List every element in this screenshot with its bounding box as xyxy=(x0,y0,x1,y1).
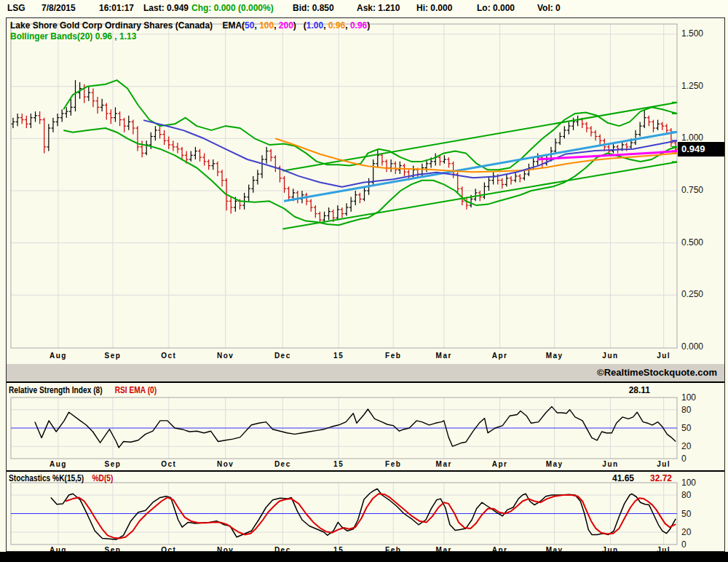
price-tick-0.250: 0.250 xyxy=(681,289,703,299)
osc-tick-0: 0 xyxy=(681,454,687,464)
month-label-Oct: Oct xyxy=(153,352,185,360)
bollinger-lower xyxy=(63,128,677,225)
month-label-Sep: Sep xyxy=(97,352,129,360)
watermark-text: ©RealtimeStockquote.com xyxy=(597,367,717,378)
osc-tick-0: 0 xyxy=(681,539,687,550)
month-label-May: May xyxy=(539,352,571,360)
quote-change: Chg: 0.000 (0.000%) xyxy=(191,3,274,13)
rsi-chart xyxy=(0,383,728,472)
quote-bid: Bid: 0.850 xyxy=(293,3,334,13)
month-label-Mar: Mar xyxy=(428,352,460,360)
bottom-bar xyxy=(0,552,728,562)
ema100-value: 0.96 xyxy=(328,20,345,31)
rsi-title: Relative Strength Index (8) xyxy=(9,385,103,395)
price-tick-0.500: 0.500 xyxy=(681,237,703,248)
osc-tick-80: 80 xyxy=(681,490,691,500)
quote-volume: Vol: 0 xyxy=(537,3,561,13)
ema200-value: 0.96 xyxy=(350,20,367,31)
ema50-value: 1.00 xyxy=(306,20,323,31)
chart-title: Lake Shore Gold Corp Ordinary Shares (Ca… xyxy=(10,20,213,31)
price-tick-1.250: 1.250 xyxy=(681,81,703,91)
price-tick-0.000: 0.000 xyxy=(681,341,703,352)
month-label-Feb: Feb xyxy=(377,460,409,468)
month-label-Aug: Aug xyxy=(42,352,74,360)
quote-ask: Ask: 1.210 xyxy=(357,3,400,13)
osc-tick-20: 20 xyxy=(681,527,691,537)
stoch-header: Stochastics %K(15,5) %D(5) xyxy=(9,473,132,483)
stoch-d-value: 32.72 xyxy=(639,473,672,483)
month-label-Apr: Apr xyxy=(484,460,516,468)
rsi-header: Relative Strength Index (8) RSI EMA (0) xyxy=(9,385,183,395)
price-tick-1.500: 1.500 xyxy=(681,28,703,39)
last-price-tag: 0.949 xyxy=(678,142,724,157)
rsi-ema-label: RSI EMA (0) xyxy=(115,385,157,395)
stoch-title: Stochastics %K(15,5) xyxy=(9,473,84,483)
osc-tick-100: 100 xyxy=(681,392,696,403)
month-label-Nov: Nov xyxy=(210,352,242,360)
ema100-period: 100 xyxy=(259,20,274,31)
month-label-Sep: Sep xyxy=(97,460,129,468)
price-tick-0.750: 0.750 xyxy=(681,185,703,195)
osc-tick-20: 20 xyxy=(681,441,691,451)
month-label-Jul: Jul xyxy=(648,352,680,360)
quote-time: 16:01:17 xyxy=(99,3,134,13)
panel-separator xyxy=(7,470,724,472)
series-%D(5) xyxy=(66,494,676,538)
quote-low: Lo: 0.000 xyxy=(477,3,515,13)
ema-legend: EMA(50, 100, 200) (1.00, 0.96, 0.96) xyxy=(222,20,370,31)
main-price-chart xyxy=(0,17,728,364)
quote-date: 7/8/2015 xyxy=(41,3,76,13)
stoch-d-label: %D(5) xyxy=(92,473,114,483)
rsi-value: 28.11 xyxy=(617,385,650,395)
osc-tick-100: 100 xyxy=(681,478,696,488)
watermark-band: ©RealtimeStockquote.com xyxy=(7,364,724,383)
quote-bar: LSG 7/8/2015 16:01:17 Last: 0.949 Chg: 0… xyxy=(0,0,728,17)
month-label-Aug: Aug xyxy=(42,460,74,468)
month-label-Feb: Feb xyxy=(377,352,409,360)
month-label-Nov: Nov xyxy=(210,460,242,468)
month-label-15: 15 xyxy=(323,352,355,360)
month-label-Dec: Dec xyxy=(266,352,298,360)
month-label-Mar: Mar xyxy=(428,460,460,468)
stock-chart-window: LSG 7/8/2015 16:01:17 Last: 0.949 Chg: 0… xyxy=(0,0,728,562)
ema200-period: 200 xyxy=(279,20,293,31)
month-label-Jun: Jun xyxy=(595,352,627,360)
month-label-15: 15 xyxy=(323,460,355,468)
ema50-period: 50 xyxy=(245,20,254,31)
stoch-k-value: 41.65 xyxy=(601,473,634,483)
month-label-Jun: Jun xyxy=(595,460,627,468)
ema-50 xyxy=(143,120,677,187)
month-label-Oct: Oct xyxy=(153,460,185,468)
main-chart-legend: Lake Shore Gold Corp Ordinary Shares (Ca… xyxy=(10,20,370,31)
osc-tick-80: 80 xyxy=(681,405,691,415)
stochastics-chart xyxy=(0,472,728,553)
osc-tick-50: 50 xyxy=(681,423,691,433)
month-label-Apr: Apr xyxy=(484,352,516,360)
quote-symbol: LSG xyxy=(7,3,25,13)
quote-last: Last: 0.949 xyxy=(143,3,189,13)
month-label-Dec: Dec xyxy=(266,460,298,468)
month-label-Jul: Jul xyxy=(648,460,680,468)
quote-high: Hi: 0.000 xyxy=(416,3,452,13)
month-label-May: May xyxy=(539,460,571,468)
series-RSI(8) xyxy=(35,407,676,448)
osc-tick-50: 50 xyxy=(681,509,691,519)
bollinger-legend: Bollinger Bands(20) 0.96 , 1.13 xyxy=(10,31,136,41)
